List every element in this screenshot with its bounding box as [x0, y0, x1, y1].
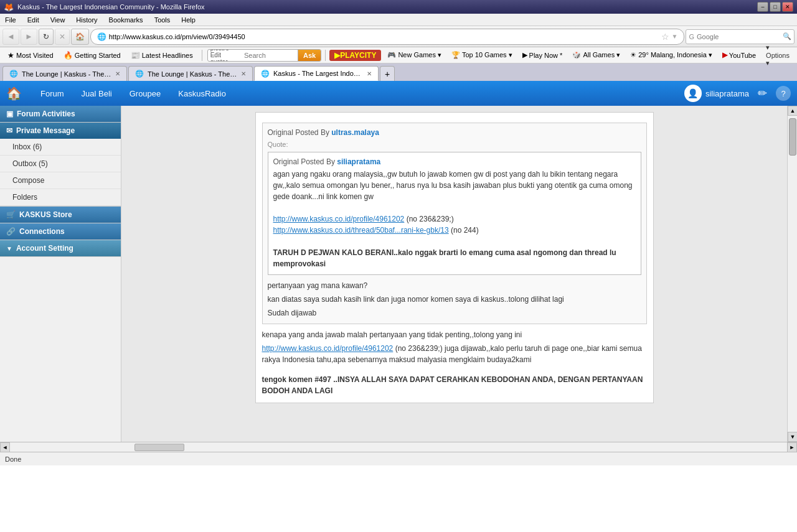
connections-icon: 🔗 — [6, 227, 16, 236]
bookmark-top10-games[interactable]: 🏆 Top 10 Games ▾ — [448, 50, 516, 60]
google-search-button[interactable]: 🔍 — [783, 32, 791, 40]
kaskus-search-bar: profile picutre Edit avatar siliapr Ask — [207, 49, 322, 62]
help-button[interactable]: ? — [776, 86, 791, 101]
user-profile-area[interactable]: 👤 siliapratama — [684, 85, 749, 102]
sidebar-item-outbox[interactable]: Outbox (5) — [0, 156, 121, 172]
back-button[interactable]: ◄ — [2, 29, 19, 45]
scroll-right-button[interactable]: ► — [787, 442, 797, 452]
playcity-icon: ▶PLAYCITY — [334, 51, 376, 60]
tab-0-close[interactable]: ✕ — [115, 70, 120, 77]
reload-button[interactable]: ↻ — [39, 29, 54, 45]
ask-search-input[interactable] — [242, 52, 298, 59]
title-bar: 🦊 Kaskus - The Largest Indonesian Commun… — [0, 0, 797, 14]
outer-quote: Original Posted By ultras.malaya Quote: … — [262, 123, 647, 324]
tab-0[interactable]: 🌐 The Lounge | Kaskus - The Largest I...… — [2, 66, 127, 81]
minimize-button[interactable]: – — [757, 2, 768, 12]
bookmark-star[interactable]: ☆ — [659, 32, 672, 42]
stop-button[interactable]: ✕ — [55, 29, 70, 45]
sidebar-section-connections: 🔗 Connections — [0, 223, 121, 240]
compose-label: Compose — [12, 176, 44, 185]
sidebar-item-compose[interactable]: Compose — [0, 172, 121, 189]
main-post-link[interactable]: http://www.kaskus.co.id/profile/4961202 — [262, 344, 394, 353]
vertical-scrollbar[interactable]: ▲ ▼ — [787, 106, 797, 442]
menu-edit[interactable]: Edit — [25, 15, 42, 25]
options-button[interactable]: ▾ Options ▾ — [762, 42, 793, 68]
forward-button[interactable]: ► — [21, 29, 37, 45]
sidebar-header-private-message[interactable]: ✉ Private Message — [0, 123, 121, 139]
bookmark-all-games[interactable]: 🎲 All Games ▾ — [568, 50, 624, 60]
sidebar-item-folders[interactable]: Folders — [0, 189, 121, 206]
all-games-label: All Games ▾ — [583, 51, 620, 59]
quote-label: Quote: — [268, 141, 641, 148]
nav-groupee[interactable]: Groupee — [121, 84, 170, 103]
page-icon: 🌐 — [97, 32, 106, 41]
home-button[interactable]: 🏠 — [71, 29, 89, 45]
nav-forum[interactable]: Forum — [32, 84, 73, 103]
youtube-icon: ▶ — [722, 51, 727, 59]
nav-jual-beli[interactable]: Jual Beli — [73, 84, 121, 103]
new-games-label: New Games ▾ — [398, 51, 441, 59]
edit-profile-button[interactable]: ✏ — [755, 86, 770, 100]
youtube-label: YouTube — [729, 52, 756, 59]
bookmark-new-games[interactable]: 🎮 New Games ▾ — [384, 50, 445, 60]
menu-file[interactable]: File — [2, 15, 19, 25]
bookmark-location[interactable]: ☀ 29° Malang, Indonesia ▾ — [626, 50, 716, 60]
scroll-thumb[interactable] — [789, 118, 796, 156]
outer-quote-header: Original Posted By ultras.malaya — [268, 128, 641, 137]
tab-2-close[interactable]: ✕ — [367, 70, 372, 77]
new-tab-button[interactable]: + — [380, 66, 395, 81]
bookmark-latest-headlines[interactable]: 📰 Latest Headlines — [127, 50, 197, 61]
status-text: Done — [5, 455, 21, 463]
tab-1-favicon: 🌐 — [135, 70, 144, 78]
tab-2[interactable]: 🌐 Kaskus - The Largest Indonesian C... ✕ — [254, 66, 379, 81]
scroll-down-button[interactable]: ▼ — [788, 432, 797, 442]
user-avatar: 👤 — [684, 85, 702, 102]
menu-help[interactable]: Help — [179, 15, 198, 25]
google-search-input[interactable] — [697, 33, 783, 40]
private-message-icon: ✉ — [6, 126, 12, 135]
sidebar-header-connections[interactable]: 🔗 Connections — [0, 223, 121, 240]
post-container: Original Posted By ultras.malaya Quote: … — [255, 112, 654, 403]
outbox-label: Outbox (5) — [12, 159, 48, 168]
tab-1[interactable]: 🌐 The Lounge | Kaskus - The Largest L...… — [128, 66, 253, 81]
sidebar-header-forum-activities[interactable]: ▣ Forum Activities — [0, 106, 121, 122]
all-games-icon: 🎲 — [572, 51, 581, 59]
nested-link-2[interactable]: http://www.kaskus.co.id/thread/50baf...r… — [273, 226, 449, 235]
bookmark-most-visited[interactable]: ★ Most Visited — [4, 50, 57, 61]
tab-1-close[interactable]: ✕ — [241, 70, 246, 77]
menu-bookmarks[interactable]: Bookmarks — [106, 15, 146, 25]
nested-link-1[interactable]: http://www.kaskus.co.id/profile/4961202 — [273, 215, 405, 223]
outer-quote-text-3: Sudah dijawab — [268, 307, 641, 319]
menu-history[interactable]: History — [73, 15, 100, 25]
bookmark-getting-started[interactable]: 🔥 Getting Started — [60, 50, 125, 61]
h-scroll-thumb[interactable] — [134, 444, 184, 451]
nav-kaskusradio[interactable]: KaskusRadio — [169, 84, 235, 103]
forum-activities-icon: ▣ — [6, 110, 13, 118]
scroll-left-button[interactable]: ◄ — [0, 442, 10, 452]
bookmark-playcity[interactable]: ▶PLAYCITY — [329, 50, 381, 61]
sidebar-item-inbox[interactable]: Inbox (6) — [0, 139, 121, 156]
sidebar-header-kaskus-store[interactable]: 🛒 KASKUS Store — [0, 207, 121, 223]
dropdown-arrow[interactable]: ▼ — [672, 33, 678, 40]
menu-view[interactable]: View — [48, 15, 68, 25]
username: siliapratama — [705, 89, 749, 98]
account-setting-label: Account Setting — [16, 244, 73, 253]
maximize-button[interactable]: □ — [770, 2, 781, 12]
menu-tools[interactable]: Tools — [152, 15, 173, 25]
content-area: Original Posted By ultras.malaya Quote: … — [121, 106, 787, 442]
play-now-icon: ▶ — [522, 51, 527, 59]
scroll-up-button[interactable]: ▲ — [788, 106, 797, 116]
close-button[interactable]: ✕ — [782, 2, 793, 12]
top10-icon: 🏆 — [451, 51, 460, 59]
bookmark-play-now[interactable]: ▶ Play Now * — [519, 50, 567, 60]
sidebar-header-account-setting[interactable]: ▼ Account Setting — [0, 240, 121, 256]
site-logo[interactable]: 🏠 — [6, 86, 22, 101]
firefox-icon: 🦊 — [4, 2, 14, 12]
address-input[interactable] — [109, 33, 659, 40]
bookmark-youtube[interactable]: ▶ YouTube — [719, 50, 760, 60]
ask-search-button[interactable]: Ask — [298, 50, 321, 61]
nested-post-text: agan yang ngaku orang malaysia,,gw butuh… — [273, 169, 636, 269]
tab-1-label: The Lounge | Kaskus - The Largest L... — [148, 70, 237, 78]
latest-headlines-label: Latest Headlines — [142, 52, 193, 59]
nested-poster-name: siliapratama — [337, 157, 380, 166]
